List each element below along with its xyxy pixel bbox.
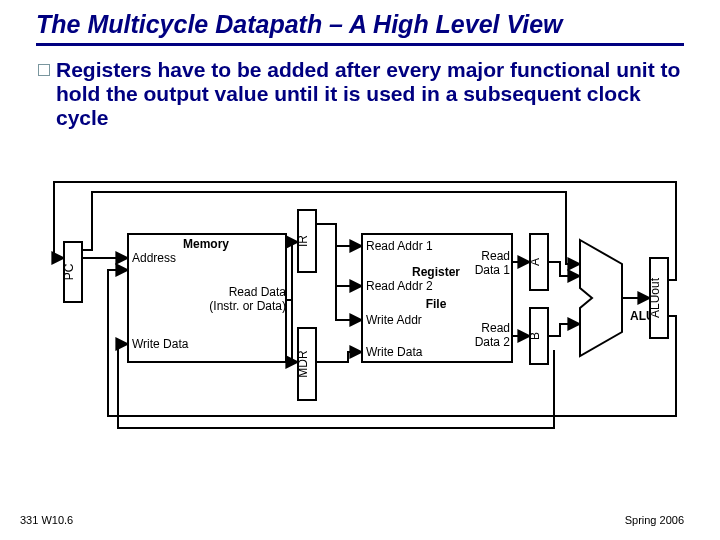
wire-ir-ra2 xyxy=(336,246,362,286)
wire-mem-ir xyxy=(286,242,298,300)
wire-ir-wa xyxy=(336,286,362,320)
datapath-diagram: PC Memory Address Read Data (Instr. or D… xyxy=(36,180,684,470)
memory-address-label: Address xyxy=(132,251,176,265)
ir-label: IR xyxy=(296,235,310,247)
regfile-title1: Register xyxy=(412,265,460,279)
memory-writedata-label: Write Data xyxy=(132,337,189,351)
memory-title: Memory xyxy=(183,237,229,251)
memory-readdata-label1: Read Data xyxy=(229,285,287,299)
regfile-ra1: Read Addr 1 xyxy=(366,239,433,253)
a-label: A xyxy=(528,258,542,266)
footer-right: Spring 2006 xyxy=(625,514,684,526)
bullet-text: Registers have to be added after every m… xyxy=(56,58,690,130)
bullet-row: Registers have to be added after every m… xyxy=(38,58,690,130)
pc-label: PC xyxy=(62,263,76,280)
wire-ir-ra1 xyxy=(316,224,362,246)
regfile-wa: Write Addr xyxy=(366,313,422,327)
page-title: The Multicycle Datapath – A High Level V… xyxy=(36,10,684,46)
regfile-rd1b: Data 1 xyxy=(475,263,511,277)
regfile-rd2b: Data 2 xyxy=(475,335,511,349)
mdr-label: MDR xyxy=(296,350,310,378)
b-label: B xyxy=(528,332,542,340)
footer-left: 331 W10.6 xyxy=(20,514,73,526)
aluout-label: ALUout xyxy=(648,277,662,318)
alu-block xyxy=(580,240,622,356)
wire-b-alu xyxy=(548,324,580,336)
regfile-rd1a: Read xyxy=(481,249,510,263)
regfile-ra2: Read Addr 2 xyxy=(366,279,433,293)
regfile-wd: Write Data xyxy=(366,345,423,359)
wire-mdr-wd xyxy=(316,352,362,362)
regfile-title2: File xyxy=(426,297,447,311)
bullet-icon xyxy=(38,64,50,76)
regfile-rd2a: Read xyxy=(481,321,510,335)
memory-readdata-label2: (Instr. or Data) xyxy=(209,299,286,313)
